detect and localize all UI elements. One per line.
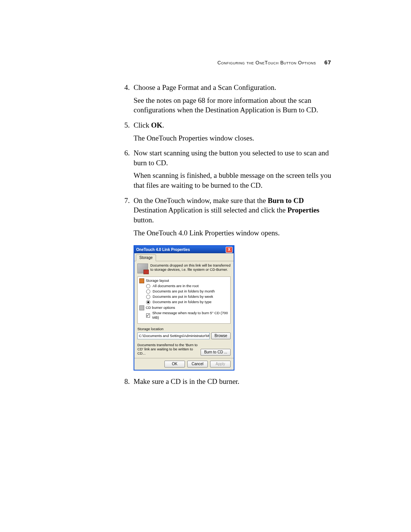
options-groupbox: Storage layout All documents are in the … xyxy=(137,276,231,324)
page-header: Configuring the OneTouch Button Options … xyxy=(0,59,411,66)
checkbox-show-message[interactable]: Show message when ready to burn 5'' CD (… xyxy=(146,311,229,321)
text-bold: Properties xyxy=(287,206,319,214)
burn-row: Documents transferred to the 'Burn to CD… xyxy=(137,343,231,356)
tab-strip: Storage xyxy=(134,253,234,261)
ok-button[interactable]: OK xyxy=(164,361,185,367)
step-4: 4. Choose a Page Format and a Scan Confi… xyxy=(116,83,333,118)
radio-label: All documents are in the root xyxy=(153,284,199,289)
text-bold: OK xyxy=(151,121,162,129)
close-icon[interactable]: X xyxy=(226,247,233,253)
storage-path-input[interactable]: C:\Documents and Settings\Administrator\… xyxy=(137,332,210,339)
step-text: The OneTouch 4.0 Link Properties window … xyxy=(134,228,333,238)
text: On the OneTouch window, make sure that t… xyxy=(134,197,268,204)
step-8: 8. Make sure a CD is in the CD burner. xyxy=(116,377,333,390)
radio-label: Documents are put in folders by type xyxy=(153,300,212,305)
step-text: See the notes on page 68 for more inform… xyxy=(134,96,333,115)
step-text: When scanning is finished, a bubble mess… xyxy=(134,171,333,190)
link-properties-dialog: OneTouch 4.0 Link Properties X Storage D… xyxy=(134,245,234,370)
text: Destination Application is still selecte… xyxy=(134,206,287,214)
step-text: Make sure a CD is in the CD burner. xyxy=(134,377,333,387)
step-number: 7. xyxy=(116,196,134,241)
storage-location-row: C:\Documents and Settings\Administrator\… xyxy=(137,332,231,339)
header-section-title: Configuring the OneTouch Button Options xyxy=(217,60,316,66)
document-page: Configuring the OneTouch Button Options … xyxy=(0,0,411,389)
step-body: On the OneTouch window, make sure that t… xyxy=(134,196,333,241)
radio-label: Documents are put in folders by month xyxy=(153,289,215,294)
radio-icon xyxy=(146,300,150,304)
step-7: 7. On the OneTouch window, make sure tha… xyxy=(116,196,333,241)
step-body: Choose a Page Format and a Scan Configur… xyxy=(134,83,333,118)
step-text: Now start scanning using the button you … xyxy=(134,148,333,168)
radio-by-month[interactable]: Documents are put in folders by month xyxy=(146,289,229,294)
dialog-footer: OK Cancel Apply xyxy=(134,358,234,370)
text: Click xyxy=(134,121,151,129)
content-body: 4. Choose a Page Format and a Scan Confi… xyxy=(116,83,333,389)
step-text: On the OneTouch window, make sure that t… xyxy=(134,196,333,225)
burn-to-cd-button[interactable]: Burn to CD ... xyxy=(201,349,231,356)
radio-by-type[interactable]: Documents are put in folders by type xyxy=(146,300,229,305)
storage-location-section: Storage location C:\Documents and Settin… xyxy=(137,327,231,339)
browse-button[interactable]: Browse xyxy=(211,332,231,339)
group-header-storage-layout: Storage layout xyxy=(139,278,229,283)
group-label: Storage layout xyxy=(146,278,169,283)
header-page-number: 67 xyxy=(324,59,331,66)
dialog-titlebar[interactable]: OneTouch 4.0 Link Properties X xyxy=(134,246,234,253)
storage-device-icon xyxy=(137,264,148,273)
radio-icon xyxy=(146,289,150,294)
step-body: Now start scanning using the button you … xyxy=(134,148,333,193)
group-label: CD burner options xyxy=(146,305,175,310)
text: button. xyxy=(134,216,154,224)
checkbox-label: Show message when ready to burn 5'' CD (… xyxy=(152,311,229,321)
radio-icon xyxy=(146,295,150,299)
step-number: 4. xyxy=(116,83,134,118)
step-text: Click OK. xyxy=(134,120,333,130)
text-bold: Burn to CD xyxy=(268,197,304,204)
radio-all-root[interactable]: All documents are in the root xyxy=(146,284,229,289)
step-number: 8. xyxy=(116,377,134,390)
step-body: Click OK. The OneTouch Properties window… xyxy=(134,120,333,146)
dialog-body: Documents dropped on this link will be t… xyxy=(134,261,234,358)
folder-icon xyxy=(139,278,144,283)
checkbox-icon xyxy=(146,313,150,318)
text: . xyxy=(162,121,164,129)
description-text: Documents dropped on this link will be t… xyxy=(150,264,231,273)
description-row: Documents dropped on this link will be t… xyxy=(137,264,231,273)
radio-icon xyxy=(146,284,150,288)
cancel-button[interactable]: Cancel xyxy=(187,361,208,367)
cd-icon xyxy=(139,305,144,310)
storage-location-label: Storage location xyxy=(137,327,231,332)
step-number: 5. xyxy=(116,120,134,146)
step-number: 6. xyxy=(116,148,134,193)
step-text: Choose a Page Format and a Scan Configur… xyxy=(134,83,333,93)
tab-storage[interactable]: Storage xyxy=(136,254,156,261)
step-body: Make sure a CD is in the CD burner. xyxy=(134,377,333,390)
step-text: The OneTouch Properties window closes. xyxy=(134,133,333,143)
group-header-cd-burner: CD burner options xyxy=(139,305,229,310)
apply-button[interactable]: Apply xyxy=(210,361,231,367)
dialog-figure: OneTouch 4.0 Link Properties X Storage D… xyxy=(134,245,333,370)
radio-by-week[interactable]: Documents are put in folders by week xyxy=(146,294,229,299)
burn-note: Documents transferred to the 'Burn to CD… xyxy=(137,343,199,356)
step-6: 6. Now start scanning using the button y… xyxy=(116,148,333,193)
dialog-title: OneTouch 4.0 Link Properties xyxy=(136,247,190,252)
radio-label: Documents are put in folders by week xyxy=(153,294,213,299)
step-5: 5. Click OK. The OneTouch Properties win… xyxy=(116,120,333,146)
